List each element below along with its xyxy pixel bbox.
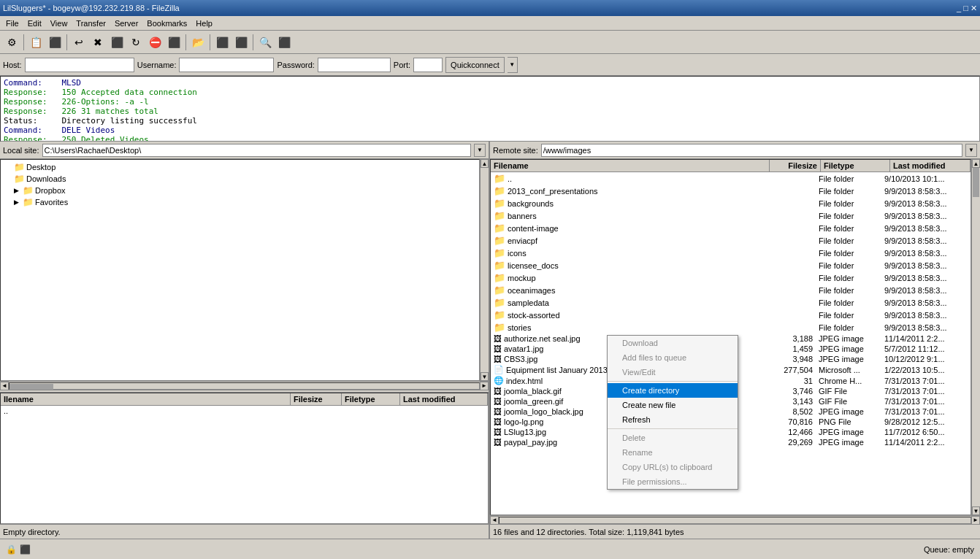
menu-edit[interactable]: Edit [23,18,46,29]
host-input[interactable] [25,58,134,72]
toolbar-open-site-manager[interactable]: ⚙ [3,34,20,51]
folder-icon: 📁 [14,174,25,184]
menu-bookmarks[interactable]: Bookmarks [142,18,191,29]
scroll-left[interactable]: ◄ [0,382,9,390]
remote-files-header: Filename Filesize Filetype Last modified [491,160,971,172]
local-file-row[interactable]: .. [1,406,488,416]
file-type: Microsoft ... [816,366,881,374]
remote-row[interactable]: 📁sampledata File folder 9/9/2013 8:58:3.… [491,296,971,309]
remote-row[interactable]: 📁backgrounds File folder 9/9/2013 8:58:3… [491,197,971,209]
scroll-right[interactable]: ► [971,516,980,525]
scroll-up[interactable]: ▲ [481,159,489,168]
toolbar-stop[interactable]: ⛔ [146,34,164,51]
remote-row[interactable]: 📁stories File folder 9/9/2013 8:58:3... [491,321,971,334]
col-filetype[interactable]: Filetype [821,160,890,171]
remote-site-dropdown[interactable]: ▼ [965,144,977,157]
close-button[interactable]: ✕ [971,4,977,12]
ctx-refresh[interactable]: Refresh [608,412,738,427]
folder-icon: 📁 [494,210,505,221]
col-filename[interactable]: Ilename [1,393,291,405]
file-date: 9/28/2012 12:5... [881,417,969,426]
quickconnect-button[interactable]: Quickconnect [445,57,505,73]
col-lastmodified[interactable]: Last modified [400,393,488,405]
toolbar-btn1[interactable]: 📋 [27,34,45,51]
local-site-dropdown[interactable]: ▼ [474,144,486,157]
quickconnect-dropdown[interactable]: ▼ [508,57,518,73]
ctx-create-directory[interactable]: Create directory [608,383,738,398]
local-site-input[interactable] [42,144,471,157]
toolbar-btn10[interactable]: ⬛ [213,34,231,51]
menu-view[interactable]: View [46,18,72,29]
ctx-rename[interactable]: Rename [608,445,738,460]
toolbar-btn9[interactable]: 📂 [189,34,207,51]
file-date: 9/9/2013 8:58:3... [881,224,969,233]
toolbar-filter[interactable]: 🔍 [256,34,274,51]
tree-item-dropbox[interactable]: ▶ 📁 Dropbox [2,185,478,196]
toolbar-disconnect[interactable]: ✖ [89,34,107,51]
file-date: 9/9/2013 8:58:3... [881,236,969,245]
ctx-file-permissions[interactable]: File permissions... [608,474,738,489]
scroll-down[interactable]: ▼ [481,372,489,381]
toolbar-btn6[interactable]: ↻ [127,34,145,51]
file-date [397,406,485,415]
menu-transfer[interactable]: Transfer [72,18,110,29]
remote-row[interactable]: 📁enviacpf File folder 9/9/2013 8:58:3... [491,234,971,247]
menu-file[interactable]: File [1,18,23,29]
col-filetype[interactable]: Filetype [342,393,400,405]
col-filename[interactable]: Filename [491,160,770,171]
col-lastmodified[interactable]: Last modified [890,160,971,171]
remote-row[interactable]: 📁.. File folder 9/10/2013 10:1... [491,172,971,185]
main-area: Local site: ▼ 📁 Desktop 📁 Downloads [0,142,980,539]
scroll-left[interactable]: ◄ [490,516,499,525]
scroll-down[interactable]: ▼ [972,506,980,515]
tree-item-downloads[interactable]: 📁 Downloads [2,173,478,185]
toolbar-reconnect[interactable]: ↩ [70,34,88,51]
scroll-up[interactable]: ▲ [972,159,980,168]
ctx-add-to-queue[interactable]: Add files to queue [608,350,738,365]
tree-item-favorites[interactable]: ▶ 📁 Favorites [2,196,478,208]
menu-help[interactable]: Help [191,18,217,29]
connection-bar: Host: Username: Password: Port: Quickcon… [0,54,980,76]
remote-row[interactable]: 📁banners File folder 9/9/2013 8:58:3... [491,209,971,222]
ctx-copy-url[interactable]: Copy URL(s) to clipboard [608,460,738,474]
remote-row[interactable]: 📁mockup File folder 9/9/2013 8:58:3... [491,271,971,284]
toolbar-btn2[interactable]: ⬛ [46,34,64,51]
titlebar-controls: _ □ ✕ [957,4,977,13]
ctx-download[interactable]: Download [608,336,738,350]
toolbar-btn8[interactable]: ⬛ [165,34,183,51]
password-input[interactable] [318,58,391,72]
minimize-button[interactable]: _ [957,4,961,12]
log-entry: Response: 226-Options: -a -l [4,97,976,107]
port-input[interactable] [413,58,443,72]
remote-row[interactable]: 📁oceanimages File folder 9/9/2013 8:58:3… [491,284,971,296]
remote-vscroll[interactable]: ▲ ▼ [971,159,980,515]
menu-server[interactable]: Server [110,18,142,29]
col-filesize[interactable]: Filesize [770,160,821,171]
ctx-delete[interactable]: Delete [608,431,738,445]
toolbar-btn5[interactable]: ⬛ [108,34,126,51]
ctx-create-file[interactable]: Create new file [608,398,738,412]
scroll-thumb [9,384,53,390]
context-menu: Download Add files to queue View/Edit Cr… [607,335,738,490]
folder-icon: 📁 [23,185,34,196]
toolbar-compare[interactable]: ⬛ [275,34,293,51]
maximize-button[interactable]: □ [963,4,968,12]
remote-row[interactable]: 📁icons File folder 9/9/2013 8:58:3... [491,247,971,259]
file-icon: 📄 [494,365,504,374]
toolbar-btn11[interactable]: ⬛ [232,34,250,51]
local-tree-vscroll[interactable]: ▲ ▼ [480,159,489,381]
remote-row[interactable]: 📁content-image File folder 9/9/2013 8:58… [491,222,971,234]
scroll-right[interactable]: ► [480,382,489,390]
remote-site-input[interactable] [541,144,962,157]
tree-item-desktop[interactable]: 📁 Desktop [2,161,478,173]
remote-row[interactable]: 📁2013_conf_presentations File folder 9/9… [491,185,971,197]
remote-row[interactable]: 📁stock-assorted File folder 9/9/2013 8:5… [491,309,971,321]
ctx-view-edit[interactable]: View/Edit [608,365,738,379]
local-tree-hscroll[interactable]: ◄ ► [0,381,489,390]
username-input[interactable] [179,58,274,72]
remote-hscroll[interactable]: ◄ ► [490,515,980,524]
scroll-track [972,168,980,506]
col-filesize[interactable]: Filesize [291,393,342,405]
file-type: JPEG image [816,438,881,447]
remote-row[interactable]: 📁licensee_docs File folder 9/9/2013 8:58… [491,259,971,271]
